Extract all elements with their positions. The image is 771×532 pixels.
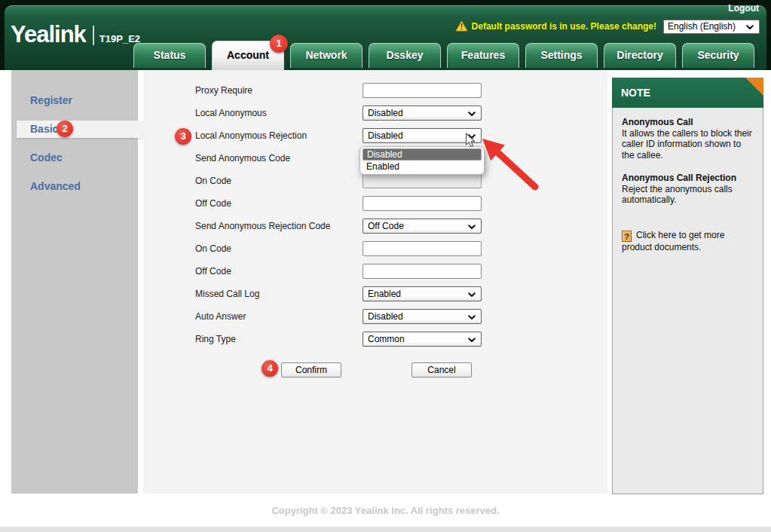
chevron-down-icon — [468, 112, 476, 117]
cancel-button[interactable]: Cancel — [412, 362, 472, 378]
form-row-on-code-2: On Code — [143, 241, 607, 256]
form-row-off-code-2: Off Code — [143, 264, 607, 279]
missed-call-log-select[interactable]: Enabled — [363, 286, 482, 301]
off-code-input-3[interactable] — [363, 264, 482, 279]
field-label: Missed Call Log — [195, 286, 357, 301]
sidebar-item-advanced[interactable]: Advanced — [11, 177, 138, 195]
local-anonymous-select[interactable]: Disabled — [363, 105, 482, 121]
tab-status[interactable]: Status — [133, 43, 206, 68]
language-value: English (English) — [668, 21, 736, 32]
note-section-heading: Anonymous Call Rejection — [622, 173, 755, 184]
help-link-text[interactable]: Click here to get more product documents… — [622, 230, 724, 252]
field-label: Local Anonymous — [195, 105, 357, 121]
form-row-auto-answer: Auto Answer Disabled — [143, 309, 607, 324]
field-label: Send Anonymous Code — [195, 151, 357, 166]
note-section-text: It allows the callers to block their cal… — [622, 128, 755, 161]
on-code-input-2[interactable] — [363, 241, 482, 256]
confirm-button[interactable]: Confirm — [281, 362, 341, 378]
form-row-off-code-1: Off Code — [143, 196, 607, 211]
field-label: Local Anonymous Rejection — [195, 128, 357, 143]
chevron-down-icon — [468, 315, 476, 320]
proxy-require-input[interactable] — [363, 83, 482, 98]
step-badge-4: 4 — [262, 360, 278, 377]
password-warning: ! Default password is in use. Please cha… — [455, 20, 656, 32]
chevron-down-icon — [468, 292, 476, 298]
bottom-strip — [0, 527, 771, 532]
tab-account[interactable]: Account 1 — [212, 41, 284, 70]
field-label: On Code — [195, 173, 357, 188]
copyright-text: Copyright © 2023 Yealink Inc. All rights… — [0, 505, 771, 516]
note-title: NOTE — [612, 78, 763, 108]
header: Logout Yealink T19P_E2 ! Default passwor… — [0, 0, 771, 70]
sidebar-item-basic[interactable]: Basic — [11, 120, 138, 138]
form-row-proxy-require: Proxy Require — [143, 83, 607, 98]
field-label: On Code — [195, 241, 357, 256]
form-row-missed-call-log: Missed Call Log Enabled — [143, 286, 607, 301]
tab-network[interactable]: Network — [290, 43, 363, 68]
sidebar-item-register[interactable]: Register — [11, 91, 138, 109]
note-section-text: Reject the anonymous calls automatically… — [622, 184, 755, 206]
tab-settings[interactable]: Settings — [525, 43, 598, 68]
chevron-down-icon — [468, 225, 476, 230]
note-panel: NOTE Anonymous Call It allows the caller… — [612, 78, 763, 494]
language-select[interactable]: English (English) — [663, 20, 760, 34]
form-row-ring-type: Ring Type Common — [143, 332, 607, 347]
auto-answer-select[interactable]: Disabled — [363, 309, 482, 324]
note-section-heading: Anonymous Call — [622, 117, 755, 128]
sidebar-item-codec[interactable]: Codec — [11, 148, 138, 167]
brand-logo: Yealink T19P_E2 — [11, 21, 140, 48]
step-badge-2: 2 — [57, 121, 73, 137]
warning-text: Default password is in use. Please chang… — [472, 21, 656, 32]
ring-type-select[interactable]: Common — [363, 332, 482, 347]
field-label: Send Anonymous Rejection Code — [195, 219, 357, 234]
folded-corner-icon — [745, 78, 763, 96]
main-tabs: Status Account 1 Network Dsskey Features… — [133, 41, 760, 70]
send-anonymous-rejection-code-select[interactable]: Off Code — [363, 219, 482, 234]
form-row-local-anonymous: Local Anonymous Disabled — [143, 105, 607, 121]
field-label: Off Code — [195, 264, 357, 279]
svg-text:!: ! — [460, 23, 462, 31]
tab-security[interactable]: Security — [682, 43, 754, 68]
sidebar: Register Basic Codec Advanced — [11, 70, 138, 494]
note-body: Anonymous Call It allows the callers to … — [612, 108, 763, 494]
step-badge-1: 1 — [270, 35, 288, 53]
open-dropdown-list: Disabled Enabled — [359, 146, 485, 175]
help-icon[interactable]: ? — [622, 231, 632, 242]
dropdown-option-disabled[interactable]: Disabled — [363, 148, 482, 161]
off-code-input-1[interactable] — [363, 196, 482, 211]
tab-directory[interactable]: Directory — [604, 43, 676, 68]
logout-link[interactable]: Logout — [728, 3, 759, 14]
logo-separator — [93, 26, 94, 45]
step-badge-3: 3 — [175, 128, 191, 145]
note-header: NOTE — [612, 78, 763, 108]
field-label: Proxy Require — [195, 83, 357, 98]
form-row-send-anonymous-rejection-code: Send Anonymous Rejection Code Off Code — [143, 219, 607, 234]
warning-icon: ! — [455, 20, 468, 32]
chevron-down-icon — [468, 338, 476, 343]
tab-features[interactable]: Features — [447, 43, 519, 68]
tab-dsskey[interactable]: Dsskey — [369, 43, 441, 68]
field-label: Ring Type — [195, 332, 357, 347]
yealink-web-ui: Logout Yealink T19P_E2 ! Default passwor… — [0, 0, 771, 532]
help-link-row[interactable]: ?Click here to get more product document… — [622, 230, 755, 253]
dropdown-option-enabled[interactable]: Enabled — [363, 161, 482, 173]
mouse-cursor-icon — [465, 133, 476, 148]
field-label: Auto Answer — [195, 309, 357, 324]
field-label: Off Code — [195, 196, 357, 211]
local-anonymous-rejection-select[interactable]: Disabled — [363, 128, 482, 143]
brand-name: Yealink — [11, 21, 86, 48]
red-callout-arrow — [478, 134, 541, 191]
chevron-down-icon — [746, 25, 754, 30]
on-code-input-disabled — [363, 173, 482, 188]
